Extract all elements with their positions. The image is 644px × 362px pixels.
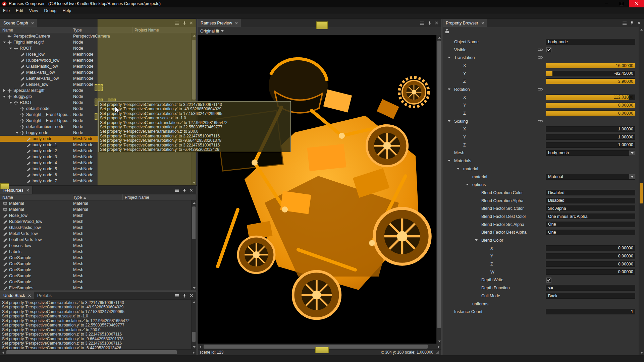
expand-arrow-icon[interactable] — [14, 130, 19, 136]
value-slider[interactable]: 0.00000 — [546, 103, 635, 108]
undo-vscrollbar[interactable] — [191, 300, 196, 349]
undo-entry[interactable]: Set property 'PerspectiveCamera.translat… — [0, 328, 191, 332]
maximize-button[interactable] — [614, 0, 629, 7]
pin-icon[interactable] — [428, 21, 431, 25]
panel-menu-icon[interactable] — [175, 294, 179, 297]
menu-item-view[interactable]: View — [26, 7, 41, 14]
value-slider[interactable]: -82.45000 — [546, 71, 635, 76]
undo-hscrollbar[interactable] — [0, 349, 196, 355]
resources-vscrollbar[interactable] — [191, 200, 196, 290]
link-icon[interactable] — [538, 48, 543, 51]
scroll-up-icon[interactable] — [639, 27, 644, 32]
pin-icon[interactable] — [630, 21, 634, 25]
menu-item-help[interactable]: Help — [59, 7, 74, 14]
chevron-down-icon[interactable] — [629, 174, 635, 179]
value-slider[interactable]: 16.00000 — [546, 63, 635, 68]
panel-close-icon[interactable] — [637, 21, 640, 24]
chevron-down-icon[interactable] — [629, 150, 635, 156]
value-field[interactable]: Src Alpha — [546, 205, 635, 211]
expand-arrow-icon[interactable] — [2, 94, 7, 100]
checkbox[interactable] — [546, 47, 551, 52]
panel-menu-icon[interactable] — [420, 21, 424, 25]
scrollbar-thumb[interactable] — [437, 41, 441, 328]
column-header-name[interactable]: Name — [0, 194, 71, 200]
close-button[interactable] — [629, 0, 644, 7]
expand-arrow-icon[interactable] — [8, 45, 13, 51]
column-header-type[interactable]: Type — [71, 194, 123, 200]
panel-close-icon[interactable] — [435, 21, 438, 24]
resource-row-labels[interactable]: LabelsMesh — [0, 249, 196, 255]
scroll-up-icon[interactable] — [192, 300, 197, 304]
undo-entry[interactable]: Set property 'PerspectiveCamera.rotation… — [0, 332, 191, 337]
panel-menu-icon[interactable] — [623, 21, 627, 25]
scrollbar-thumb[interactable] — [192, 206, 196, 239]
expand-arrow-icon[interactable] — [448, 57, 450, 60]
value-slider[interactable]: 1.00000 — [546, 142, 635, 148]
expand-arrow-icon[interactable] — [466, 184, 469, 187]
tab-ramses-preview[interactable]: Ramses Preview — [198, 19, 241, 27]
column-header-project-name[interactable]: Project Name — [123, 194, 196, 200]
expand-arrow-icon[interactable] — [448, 88, 450, 92]
scroll-right-icon[interactable] — [436, 344, 441, 350]
checkbox[interactable] — [546, 278, 551, 283]
panel-menu-icon[interactable] — [175, 189, 179, 192]
scroll-up-icon[interactable] — [437, 35, 442, 40]
resource-row-onesample[interactable]: OneSampleMesh — [0, 273, 196, 279]
resource-row-onesample[interactable]: OneSampleMesh — [0, 255, 196, 261]
value-field[interactable]: One — [546, 230, 635, 235]
undo-entry[interactable]: Set property 'PerspectiveCamera.translat… — [0, 319, 191, 323]
resource-row-glassplastic-low[interactable]: GlassPlastic_lowMesh — [0, 225, 196, 231]
value-slider[interactable]: 112.01836 — [546, 95, 635, 100]
resource-row-material[interactable]: MaterialMaterial — [0, 206, 196, 213]
resource-row-lenses-low[interactable]: Lenses_lowMesh — [0, 243, 196, 249]
undo-entry[interactable]: Set property 'PerspectiveCamera.rotation… — [0, 310, 191, 314]
scrollbar-thumb[interactable] — [6, 350, 177, 354]
expand-arrow-icon[interactable] — [8, 100, 13, 106]
tab-undo-stack[interactable]: Undo Stack — [0, 292, 34, 299]
value-slider[interactable]: 1.00000 — [546, 134, 635, 140]
resource-row-onesample[interactable]: OneSampleMesh — [0, 279, 196, 285]
tab-close-icon[interactable] — [28, 294, 31, 297]
value-field[interactable]: Back — [546, 293, 635, 299]
pin-icon[interactable] — [183, 294, 186, 298]
value-field[interactable]: One — [546, 222, 635, 227]
value-slider[interactable]: 3.90000 — [546, 78, 635, 84]
tab-close-icon[interactable] — [235, 22, 238, 24]
dropdown[interactable]: Material — [546, 174, 635, 180]
value-slider[interactable]: 0.00000 — [546, 253, 635, 259]
scroll-right-icon[interactable] — [191, 350, 196, 355]
undo-entry[interactable]: Set property 'PerspectiveCamera.rotation… — [0, 337, 191, 341]
value-field[interactable]: Disabled — [546, 190, 635, 195]
scroll-down-icon[interactable] — [192, 345, 197, 349]
expand-arrow-icon[interactable] — [2, 87, 7, 94]
tab-close-icon[interactable] — [481, 22, 484, 24]
value-slider[interactable]: 0.00000 — [546, 110, 635, 116]
expand-arrow-icon[interactable] — [2, 39, 7, 45]
resource-row-hose-low[interactable]: Hose_lowMesh — [0, 213, 196, 219]
undo-entry[interactable]: Set property 'PerspectiveCamera.rotation… — [0, 323, 191, 327]
value-field[interactable]: <= — [546, 285, 635, 291]
panel-close-icon[interactable] — [190, 294, 193, 297]
expand-arrow-icon[interactable] — [475, 239, 478, 242]
tab-property-browser[interactable]: Property Browser — [443, 19, 487, 27]
property-vscrollbar[interactable] — [639, 27, 644, 355]
expand-arrow-icon[interactable] — [448, 160, 450, 163]
expand-arrow-icon[interactable] — [448, 120, 450, 123]
value-slider[interactable]: 0.00000 — [546, 261, 635, 267]
resource-row-onesample[interactable]: OneSampleMesh — [0, 267, 196, 273]
value-slider[interactable]: 0.00000 — [546, 269, 635, 275]
undo-entry[interactable]: Set property 'PerspectiveCamera.rotation… — [0, 346, 191, 349]
expand-arrow-icon[interactable] — [457, 168, 460, 171]
scroll-up-icon[interactable] — [192, 200, 197, 205]
tab-scene-graph[interactable]: Scene Graph — [0, 19, 37, 27]
value-slider[interactable]: 1 — [546, 309, 635, 314]
undo-entry[interactable]: Set property 'PerspectiveCamera.scale.x'… — [0, 314, 191, 318]
menu-item-debug[interactable]: Debug — [41, 7, 60, 14]
value-field[interactable]: Disabled — [546, 198, 635, 203]
panel-close-icon[interactable] — [190, 189, 193, 192]
pin-icon[interactable] — [183, 188, 186, 192]
scrollbar-thumb[interactable] — [640, 183, 643, 203]
resource-row-fivesamples[interactable]: FiveSamplesMesh — [0, 285, 196, 291]
resource-row-metalparts-low[interactable]: MetalParts_lowMesh — [0, 231, 196, 237]
resource-row-onesample[interactable]: OneSampleMesh — [0, 261, 196, 267]
